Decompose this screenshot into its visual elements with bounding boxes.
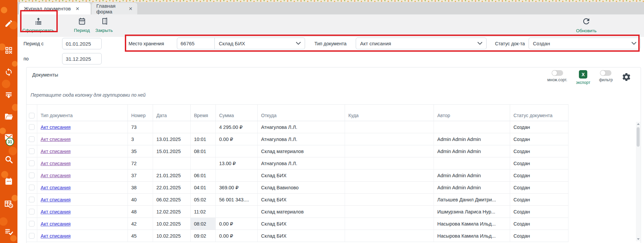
storage-code-input[interactable]: 66765 [177,38,215,49]
scroll-down-arrow[interactable] [636,237,640,241]
generate-button[interactable]: Сформировать [22,17,54,33]
cell-date: 06.02.2025 [153,194,191,205]
row-checkbox[interactable] [29,160,35,166]
cell-number: 48 [128,206,153,217]
cell-number: 42 [128,218,153,230]
cell-type: Акт списания [37,194,128,205]
row-checkbox[interactable] [29,124,35,130]
pencil-icon[interactable] [4,19,13,28]
close-icon[interactable]: ✕ [76,6,80,11]
cell-number: 40 [128,194,153,205]
cell-type: Акт списания [37,157,128,169]
cell-status: Создан [510,133,568,145]
vertical-scrollbar[interactable] [636,122,640,241]
column-header-author[interactable]: Автор [434,105,510,121]
doc-type-select[interactable]: Акт списания [356,38,487,49]
document-link[interactable]: Акт списания [41,221,70,227]
row-checkbox[interactable] [29,233,35,239]
storage-select[interactable]: 66765 Склад БИХ [177,38,305,49]
chevron-down-icon[interactable] [632,42,636,45]
cell-date: 10.02.2025 [153,230,191,242]
column-header-number[interactable]: Номер [128,105,153,121]
chevron-down-icon[interactable] [296,42,301,45]
export-button[interactable]: X экспорт [576,70,590,85]
row-checkbox[interactable] [29,185,35,190]
list-download-icon[interactable] [4,91,13,99]
row-checkbox[interactable] [29,209,35,214]
close-button[interactable]: Закрыть [95,17,113,33]
calendar-icon[interactable] [4,177,13,186]
document-link[interactable]: Акт списания [41,209,70,214]
row-checkbox[interactable] [29,173,35,178]
cell-from: Склад БИХ [258,230,345,242]
cell-date [153,121,191,133]
column-header-status[interactable]: Статус документа [510,105,568,121]
document-link[interactable]: Акт списания [41,185,70,190]
cell-time: 08:01 [191,145,216,157]
tab-document-journal[interactable]: Журнал документов ✕ [19,3,91,14]
column-header-time[interactable]: Время [191,105,216,121]
table-row: Акт списания313.01.202510:010.00 ₽Атнагу… [27,133,568,145]
cell-sum [216,206,258,217]
cell-date: 15.01.2025 [153,145,191,157]
folder-icon[interactable] [4,112,13,122]
close-icon[interactable]: ✕ [129,6,133,11]
select-all-checkbox[interactable] [29,113,35,118]
documents-panel: Документы множ.сорт. X экспорт фильтр [26,67,641,243]
chevron-down-icon[interactable] [478,42,482,45]
calendar-icon [78,17,86,27]
search-icon[interactable] [4,155,13,164]
cell-author: Admin Admin Admin [434,133,510,145]
scroll-up-arrow[interactable] [636,122,640,126]
period-from-label: Период с [23,41,44,46]
sync-icon[interactable] [4,68,13,77]
row-checkbox[interactable] [29,148,35,154]
row-checkbox[interactable] [29,197,35,202]
toggle-switch-off[interactable] [552,70,563,76]
tab-main-form[interactable]: Главная форма ✕ [92,3,137,14]
filter-toggle[interactable]: фильтр [599,70,613,82]
column-header-sum[interactable]: Сумма [216,105,258,121]
column-header-to[interactable]: Куда [345,105,434,121]
document-link[interactable]: Акт списания [41,149,70,154]
export-label: экспорт [576,80,590,85]
cell-number: 72 [128,157,153,169]
column-header-from[interactable]: Откуда [258,105,345,121]
toggle-switch-off[interactable] [600,70,611,76]
cell-date: 21.01.2025 [153,169,191,181]
qr-code-icon[interactable] [4,46,13,55]
cell-from: Атнагулова Л.Л. [258,157,345,169]
gear-icon[interactable] [622,72,631,82]
cell-date: 12.02.2025 [153,206,191,217]
cell-author [434,157,510,169]
excel-icon[interactable]: X [579,70,587,79]
row-checkbox[interactable] [29,136,35,142]
scrollbar-thumb[interactable] [637,127,640,147]
document-link[interactable]: Акт списания [41,233,70,239]
doc-status-select[interactable]: Создан [529,38,641,49]
multisort-toggle[interactable]: множ.сорт. [547,70,567,82]
cell-to [345,194,434,205]
cell-cb [27,206,37,217]
checklist-icon[interactable] [4,227,13,236]
cell-from: Склад БИХ [258,194,345,205]
document-link[interactable]: Акт списания [41,125,70,130]
table-clock-icon[interactable] [4,200,13,209]
document-link[interactable]: Акт списания [41,137,70,142]
cell-cb [27,157,37,169]
period-to-input[interactable] [62,53,102,64]
row-checkbox[interactable] [29,221,35,227]
cell-type: Акт списания [37,169,128,181]
period-button[interactable]: Период [74,17,90,33]
doc-type-label: Тип документа [314,41,347,46]
column-header-type[interactable]: Тип документа [37,105,128,121]
table-row: Акт списания4210.02.202508:020.00 ₽Склад… [27,218,568,230]
cell-cb [27,121,37,133]
column-header-date[interactable]: Дата [153,105,191,121]
table-row: Акт списания4006.02.202505:0256 001 343.… [27,194,568,206]
document-link[interactable]: Акт списания [41,173,70,178]
period-from-input[interactable] [62,38,102,49]
document-link[interactable]: Акт списания [41,161,70,166]
refresh-button[interactable]: Обновить [576,17,596,33]
document-link[interactable]: Акт списания [41,197,70,202]
